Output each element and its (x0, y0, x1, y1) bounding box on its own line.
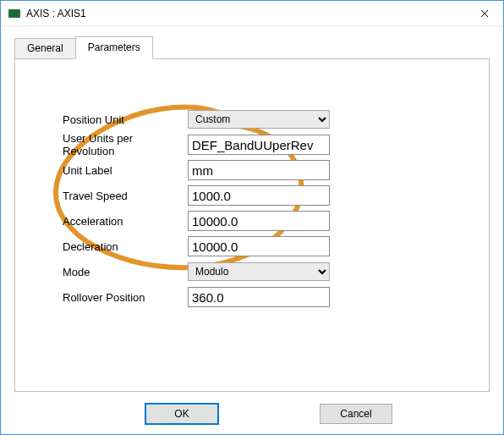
input-rollover[interactable] (188, 287, 330, 307)
dialog-client: General Parameters Position Unit Custom … (1, 26, 503, 435)
window-title: AXIS : AXIS1 (26, 8, 465, 19)
row-unit-label: Unit Label (63, 157, 489, 183)
label-travel-speed: Travel Speed (63, 190, 188, 202)
label-acceleration: Acceleration (63, 215, 188, 228)
tab-parameters[interactable]: Parameters (75, 36, 153, 59)
dialog-buttons: OK Cancel (14, 404, 490, 424)
ok-button-label: OK (174, 408, 189, 420)
label-unit-label: Unit Label (63, 164, 188, 177)
label-decleration: Decleration (63, 240, 188, 253)
row-position-unit: Position Unit Custom (63, 107, 489, 132)
input-decleration[interactable] (188, 236, 330, 256)
parameter-fields: Position Unit Custom User Units per Revo… (63, 107, 489, 310)
tab-general-label: General (27, 42, 63, 54)
input-travel-speed[interactable] (188, 185, 330, 206)
row-acceleration: Acceleration (63, 208, 489, 234)
input-uupr[interactable] (188, 135, 330, 155)
label-rollover: Rollover Position (63, 291, 188, 304)
titlebar: AXIS : AXIS1 (1, 1, 503, 26)
app-icon (8, 7, 21, 20)
select-mode[interactable]: Modulo (188, 262, 330, 281)
row-mode: Mode Modulo (63, 259, 489, 284)
label-position-unit: Position Unit (63, 113, 188, 126)
select-position-unit[interactable]: Custom (188, 110, 330, 129)
row-uupr: User Units per Revolution (63, 132, 489, 157)
label-uupr: User Units per Revolution (63, 132, 188, 157)
row-travel-speed: Travel Speed (63, 183, 489, 208)
close-icon (480, 9, 489, 18)
tab-strip: General Parameters (14, 36, 490, 59)
row-rollover: Rollover Position (63, 284, 489, 310)
close-button[interactable] (465, 1, 503, 26)
ok-button[interactable]: OK (145, 404, 218, 424)
tab-general[interactable]: General (14, 38, 76, 61)
input-unit-label[interactable] (188, 160, 330, 180)
row-decleration: Decleration (63, 234, 489, 259)
svg-rect-1 (10, 10, 19, 16)
tab-parameters-label: Parameters (88, 41, 140, 53)
cancel-button[interactable]: Cancel (320, 404, 392, 424)
input-acceleration[interactable] (188, 211, 330, 231)
label-mode: Mode (63, 266, 188, 278)
cancel-button-label: Cancel (340, 408, 371, 420)
tab-content-parameters: Position Unit Custom User Units per Revo… (14, 58, 490, 392)
